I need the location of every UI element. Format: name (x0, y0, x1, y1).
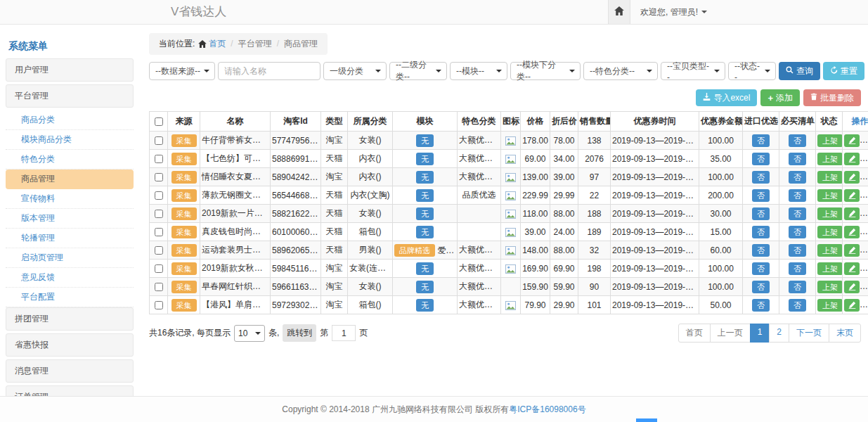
edit-button[interactable] (844, 262, 860, 275)
status-badge[interactable]: 上架 (817, 226, 843, 238)
status-badge[interactable]: 上架 (817, 207, 843, 220)
cell-sales: 22 (578, 186, 611, 205)
must-buy-toggle[interactable]: 否 (789, 244, 806, 257)
edit-button[interactable] (844, 153, 860, 165)
row-checkbox[interactable] (155, 191, 163, 200)
must-buy-toggle[interactable]: 否 (789, 134, 806, 147)
must-buy-toggle[interactable]: 否 (789, 226, 806, 238)
imported-toggle[interactable]: 否 (752, 262, 770, 275)
row-checkbox[interactable] (155, 228, 163, 236)
home-button[interactable] (608, 0, 630, 24)
sidebar-item-1[interactable]: 平台管理 (6, 84, 134, 108)
imported-toggle[interactable]: 否 (752, 226, 770, 238)
status-badge[interactable]: 上架 (817, 244, 843, 257)
sidebar-item-15[interactable]: 订单管理 (6, 385, 134, 396)
must-buy-toggle[interactable]: 否 (789, 171, 806, 184)
reset-button[interactable]: 重置 (823, 62, 864, 80)
jump-button[interactable]: 跳转到 (283, 324, 316, 342)
must-buy-toggle[interactable]: 否 (789, 281, 806, 293)
imported-toggle[interactable]: 否 (752, 299, 770, 312)
edit-button[interactable] (844, 226, 860, 238)
breadcrumb-home-link[interactable]: 首页 (209, 39, 226, 49)
row-checkbox[interactable] (155, 301, 163, 309)
sidebar-item-12[interactable]: 拼团管理 (6, 307, 134, 331)
filter-select-6[interactable]: --宝贝类型-- (661, 62, 725, 80)
sidebar-item-2[interactable]: 商品分类 (6, 110, 134, 130)
name-search-input[interactable] (218, 62, 320, 80)
cell-checkbox (150, 168, 168, 186)
edit-button[interactable] (844, 244, 860, 257)
cell-coupon-time: 2019-09-13—2019-09-20 (611, 223, 699, 241)
sidebar-item-5[interactable]: 商品管理 (6, 170, 134, 189)
status-badge[interactable]: 上架 (817, 153, 843, 165)
imported-toggle[interactable]: 否 (752, 189, 770, 202)
sidebar-item-6[interactable]: 宣传物料 (6, 189, 134, 209)
column-header-11: 优惠券时间 (611, 112, 699, 132)
icp-link[interactable]: 粤ICP备16098006号 (509, 404, 585, 416)
edit-button[interactable] (844, 134, 860, 147)
row-checkbox[interactable] (155, 136, 163, 145)
imported-toggle[interactable]: 否 (752, 134, 770, 147)
sidebar-item-4[interactable]: 特色分类 (6, 150, 134, 170)
add-button[interactable]: + 添加 (760, 89, 800, 106)
jump-page-input[interactable] (332, 325, 356, 341)
edit-button[interactable] (844, 207, 860, 220)
page-button-4[interactable]: 下一页 (789, 324, 829, 343)
user-menu[interactable]: 欢迎您, 管理员! (640, 6, 707, 18)
sidebar-item-0[interactable]: 用户管理 (6, 58, 134, 82)
edit-button[interactable] (844, 189, 860, 202)
filter-select-1[interactable]: 一级分类 (323, 62, 387, 80)
sidebar-item-8[interactable]: 轮播管理 (6, 229, 134, 248)
sidebar-item-14[interactable]: 消息管理 (6, 359, 134, 383)
imported-toggle[interactable]: 否 (752, 153, 770, 165)
page-button-0[interactable]: 首页 (678, 324, 711, 343)
filter-select-2[interactable]: --二级分类-- (389, 62, 447, 80)
status-badge[interactable]: 上架 (817, 134, 843, 147)
must-buy-toggle[interactable]: 否 (789, 153, 806, 165)
imported-toggle[interactable]: 否 (752, 281, 770, 293)
must-buy-toggle[interactable]: 否 (789, 207, 806, 220)
sidebar-item-7[interactable]: 版本管理 (6, 209, 134, 229)
batch-delete-button[interactable]: 批量删除 (803, 89, 861, 106)
must-buy-toggle[interactable]: 否 (789, 189, 806, 202)
search-button[interactable]: 查询 (779, 62, 820, 80)
row-checkbox[interactable] (155, 210, 163, 218)
row-checkbox[interactable] (155, 173, 163, 181)
sidebar-item-3[interactable]: 模块商品分类 (6, 130, 134, 150)
status-badge[interactable]: 上架 (817, 299, 843, 312)
per-page-select[interactable]: 10 (234, 325, 265, 342)
status-badge[interactable]: 上架 (817, 262, 843, 275)
row-checkbox[interactable] (155, 264, 163, 273)
filter-select-value: --特色分类-- (590, 65, 635, 77)
must-buy-toggle[interactable]: 否 (789, 299, 806, 312)
page-button-1[interactable]: 上一页 (710, 324, 751, 343)
row-checkbox[interactable] (155, 283, 163, 291)
page-button-2[interactable]: 1 (750, 324, 770, 343)
must-buy-toggle[interactable]: 否 (789, 262, 806, 275)
imported-toggle[interactable]: 否 (752, 171, 770, 184)
edit-button[interactable] (844, 171, 860, 184)
filter-select-7[interactable]: --状态-- (728, 62, 776, 80)
status-badge[interactable]: 上架 (817, 189, 843, 202)
status-badge[interactable]: 上架 (817, 281, 843, 293)
sidebar-item-13[interactable]: 省惠快报 (6, 333, 134, 357)
sidebar-item-9[interactable]: 启动页管理 (6, 248, 134, 268)
page-button-5[interactable]: 末页 (829, 324, 861, 343)
sidebar-item-11[interactable]: 平台配置 (6, 288, 134, 307)
status-badge[interactable]: 上架 (817, 171, 843, 184)
page-button-3[interactable]: 2 (769, 324, 789, 343)
row-checkbox[interactable] (155, 155, 163, 163)
cell-feature-category: 大额优惠券 (458, 150, 501, 168)
sidebar-item-10[interactable]: 意见反馈 (6, 268, 134, 288)
filter-select-5[interactable]: --特色分类-- (583, 62, 658, 80)
select-all-checkbox[interactable] (155, 117, 163, 126)
edit-button[interactable] (844, 281, 860, 293)
import-excel-button[interactable]: 导入excel (696, 89, 757, 106)
filter-select-0[interactable]: --数据来源-- (149, 62, 215, 80)
row-checkbox[interactable] (155, 246, 163, 255)
filter-select-3[interactable]: --模块-- (450, 62, 507, 80)
edit-button[interactable] (844, 299, 860, 312)
imported-toggle[interactable]: 否 (752, 244, 770, 257)
filter-select-4[interactable]: --模块下分类-- (510, 62, 581, 80)
imported-toggle[interactable]: 否 (752, 207, 770, 220)
